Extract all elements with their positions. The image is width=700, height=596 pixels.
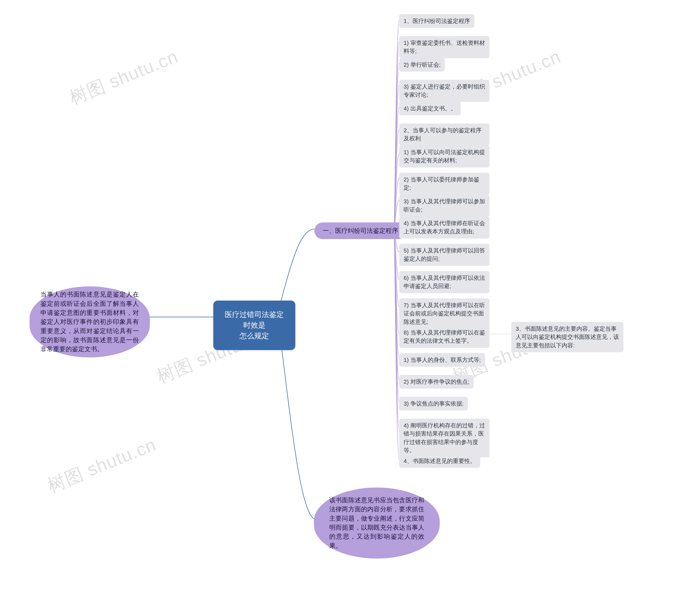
mindmap-canvas: 树图 shutu.cn 树图 shutu.cn 树图 shutu.cn 树图 s… xyxy=(0,0,700,596)
bottom-note-text: 该书面陈述意见书应当包含医疗和法律两方面的内容分析，要求抓住主要问题，做专业阐述… xyxy=(329,496,424,550)
leaf-11-text: 5) 当事人及其代理律师可以回答鉴定人的提问; xyxy=(404,247,485,262)
root-title-line2: 怎么规定 xyxy=(240,332,269,340)
leaf-14-sub-text: 3、书面陈述意见的主要内容。鉴定当事人可以向鉴定机构提交书面陈述意见，该意见主要… xyxy=(516,326,619,348)
watermark: 树图 shutu.cn xyxy=(66,44,182,110)
leaf-15[interactable]: 1) 当事人的身份、联系方式等; xyxy=(399,353,485,367)
leaf-14[interactable]: 8) 当事人及其代理律师可以在鉴定有关的法律文书上签字。 xyxy=(399,326,490,348)
left-note-node[interactable]: 当事人的书面陈述意见是鉴定人在鉴定前或听证会后全面了解当事人申请鉴定意图的重要书… xyxy=(29,286,150,358)
leaf-7[interactable]: 1) 当事人可以向司法鉴定机构提交与鉴定有关的材料; xyxy=(399,146,490,167)
mid-node-label: 一、医疗纠纷司法鉴定程序 xyxy=(323,226,398,235)
leaf-5-text: 4) 出具鉴定文书。。 xyxy=(404,105,456,111)
leaf-12[interactable]: 6) 当事人及其代理律师可以依法申请鉴定人员回避; xyxy=(399,271,490,293)
left-note-text: 当事人的书面陈述意见是鉴定人在鉴定前或听证会后全面了解当事人申请鉴定意图的重要书… xyxy=(41,290,139,354)
root-node[interactable]: 医疗过错司法鉴定时效是 怎么规定 xyxy=(213,301,295,350)
leaf-4-text: 3) 鉴定人进行鉴定，必要时组织专家讨论; xyxy=(404,83,485,98)
leaf-4[interactable]: 3) 鉴定人进行鉴定，必要时组织专家讨论; xyxy=(399,80,490,102)
leaf-16-text: 2) 对医疗事件争议的焦点; xyxy=(404,379,469,385)
leaf-8-text: 2) 当事人可以委托律师参加鉴定; xyxy=(404,176,479,191)
leaf-1-text: 1、医疗纠纷司法鉴定程序 xyxy=(404,18,470,24)
root-title-line1: 医疗过错司法鉴定时效是 xyxy=(225,310,284,329)
leaf-17-text: 3) 争议焦点的事实依据; xyxy=(404,400,464,407)
watermark: 树图 shutu.cn xyxy=(44,432,160,498)
leaf-18[interactable]: 4) 阐明医疗机构存在的过错，过错与损害结果存在因果关系，医疗过错在损害结果中的… xyxy=(399,419,490,458)
leaf-15-text: 1) 当事人的身份、联系方式等; xyxy=(404,357,481,363)
leaf-2[interactable]: 1) 审查鉴定委托书、送检资料材料等; xyxy=(399,36,490,58)
bottom-note-node[interactable]: 该书面陈述意见书应当包含医疗和法律两方面的内容分析，要求抓住主要问题，做专业阐述… xyxy=(314,488,440,559)
leaf-9[interactable]: 3) 当事人及其代理律师可以参加听证会; xyxy=(399,195,490,217)
leaf-10-text: 4) 当事人及其代理律师在听证会上可以发表本方观点及理由; xyxy=(404,220,485,234)
leaf-3-text: 2) 举行听证会; xyxy=(404,61,441,68)
leaf-10[interactable]: 4) 当事人及其代理律师在听证会上可以发表本方观点及理由; xyxy=(399,216,490,238)
leaf-14-sub[interactable]: 3、书面陈述意见的主要内容。鉴定当事人可以向鉴定机构提交书面陈述意见，该意见主要… xyxy=(511,322,623,352)
leaf-14-text: 8) 当事人及其代理律师可以在鉴定有关的法律文书上签字。 xyxy=(404,329,485,344)
leaf-8[interactable]: 2) 当事人可以委托律师参加鉴定; xyxy=(399,173,490,195)
leaf-6[interactable]: 2、当事人可以参与的鉴定程序及权利 xyxy=(399,124,490,146)
leaf-7-text: 1) 当事人可以向司法鉴定机构提交与鉴定有关的材料; xyxy=(404,149,485,163)
leaf-5[interactable]: 4) 出具鉴定文书。。 xyxy=(399,102,461,115)
leaf-11[interactable]: 5) 当事人及其代理律师可以回答鉴定人的提问; xyxy=(399,244,490,266)
leaf-1[interactable]: 1、医疗纠纷司法鉴定程序 xyxy=(399,14,474,28)
leaf-12-text: 6) 当事人及其代理律师可以依法申请鉴定人员回避; xyxy=(404,275,485,289)
leaf-9-text: 3) 当事人及其代理律师可以参加听证会; xyxy=(404,198,485,213)
leaf-3[interactable]: 2) 举行听证会; xyxy=(399,58,445,72)
leaf-18-text: 4) 阐明医疗机构存在的过错，过错与损害结果存在因果关系，医疗过错在损害结果中的… xyxy=(404,422,485,454)
leaf-2-text: 1) 审查鉴定委托书、送检资料材料等; xyxy=(404,40,485,54)
leaf-13-text: 7) 当事人及其代理律师可以在听证会前或后向鉴定机构提交书面陈述意见; xyxy=(404,302,485,325)
leaf-6-text: 2、当事人可以参与的鉴定程序及权利 xyxy=(404,127,481,141)
leaf-17[interactable]: 3) 争议焦点的事实依据; xyxy=(399,397,468,411)
leaf-19-text: 4、书面陈述意见的重要性。 xyxy=(404,458,476,464)
leaf-16[interactable]: 2) 对医疗事件争议的焦点; xyxy=(399,375,474,389)
mid-node[interactable]: 一、医疗纠纷司法鉴定程序 xyxy=(315,223,406,239)
leaf-13[interactable]: 7) 当事人及其代理律师可以在听证会前或后向鉴定机构提交书面陈述意见; xyxy=(399,299,490,329)
leaf-19[interactable]: 4、书面陈述意见的重要性。 xyxy=(399,454,480,468)
